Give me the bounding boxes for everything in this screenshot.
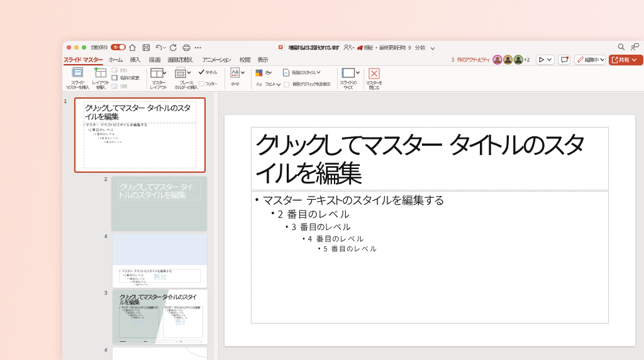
svg-text:Aa: Aa <box>231 68 238 75</box>
svg-text:P: P <box>279 45 282 49</box>
